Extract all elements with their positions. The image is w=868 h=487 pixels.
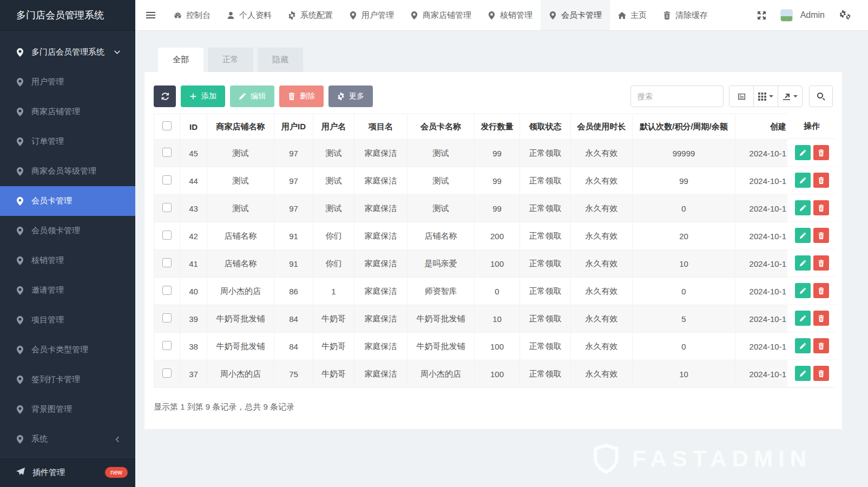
topnav-item[interactable]: 控制台 bbox=[166, 0, 219, 30]
row-edit-button[interactable] bbox=[795, 200, 811, 215]
sidebar-item[interactable]: 会员领卡管理 bbox=[0, 216, 135, 246]
cell-id: 41 bbox=[180, 250, 207, 278]
sidebar-item[interactable]: 项目管理 bbox=[0, 305, 135, 335]
search-input[interactable] bbox=[630, 85, 724, 107]
row-checkbox[interactable] bbox=[162, 175, 172, 185]
row-delete-button[interactable] bbox=[813, 145, 829, 160]
cell-check bbox=[154, 305, 180, 333]
topnav-item[interactable]: 主页 bbox=[610, 0, 655, 30]
cell-shop: 牛奶哥批发铺 bbox=[207, 305, 274, 333]
new-badge: new bbox=[105, 467, 128, 478]
row-checkbox[interactable] bbox=[162, 368, 172, 378]
sidebar-item[interactable]: 核销管理 bbox=[0, 246, 135, 275]
grid-icon bbox=[758, 93, 766, 101]
pin-icon bbox=[16, 137, 23, 146]
row-delete-button[interactable] bbox=[813, 311, 829, 326]
row-checkbox[interactable] bbox=[162, 341, 172, 350]
row-edit-button[interactable] bbox=[795, 311, 811, 326]
cell-check bbox=[154, 360, 180, 388]
menu-toggle-button[interactable] bbox=[135, 0, 166, 30]
more-button[interactable]: 更多 bbox=[328, 85, 373, 107]
sidebar-item[interactable]: 邀请管理 bbox=[0, 275, 135, 305]
row-edit-button[interactable] bbox=[795, 145, 811, 160]
row-delete-button[interactable] bbox=[813, 366, 829, 381]
fullscreen-icon[interactable] bbox=[757, 11, 766, 20]
row-checkbox[interactable] bbox=[162, 148, 172, 157]
sidebar-item[interactable]: 背景图管理 bbox=[0, 394, 135, 424]
topnav-item-label: 清除缓存 bbox=[675, 10, 708, 21]
columns-button[interactable] bbox=[753, 85, 778, 107]
topnav-item[interactable]: 商家店铺管理 bbox=[402, 0, 479, 30]
row-edit-button[interactable] bbox=[795, 228, 811, 243]
table-row: 43测试97测试家庭保洁测试99正常领取永久有效02024-10-1 bbox=[154, 195, 833, 222]
row-edit-button[interactable] bbox=[795, 255, 811, 271]
row-edit-button[interactable] bbox=[795, 366, 811, 381]
row-delete-button[interactable] bbox=[813, 338, 829, 353]
row-edit-button[interactable] bbox=[795, 173, 811, 188]
row-delete-button[interactable] bbox=[813, 173, 829, 188]
row-checkbox[interactable] bbox=[162, 286, 172, 295]
sidebar-item[interactable]: 订单管理 bbox=[0, 127, 135, 156]
cell-card_name: 牛奶哥批发铺 bbox=[407, 305, 475, 333]
tab-全部[interactable]: 全部 bbox=[158, 48, 203, 72]
search-button[interactable] bbox=[809, 85, 833, 107]
sidebar-item[interactable]: 商家店铺管理 bbox=[0, 97, 135, 127]
username[interactable]: Admin bbox=[800, 10, 825, 20]
sidebar-item[interactable]: 签到打卡管理 bbox=[0, 365, 135, 394]
sidebar-item[interactable]: 系统 bbox=[0, 424, 135, 454]
pin-icon bbox=[16, 405, 23, 414]
topnav-item[interactable]: 会员卡管理 bbox=[541, 0, 610, 30]
export-button[interactable] bbox=[778, 85, 803, 107]
edit-button[interactable]: 编辑 bbox=[230, 85, 274, 107]
row-checkbox[interactable] bbox=[162, 258, 172, 267]
settings-gears-icon[interactable] bbox=[839, 10, 852, 20]
trash-icon bbox=[818, 287, 825, 294]
pencil-icon bbox=[799, 315, 806, 322]
row-checkbox[interactable] bbox=[162, 313, 172, 323]
actions-cell bbox=[787, 194, 836, 222]
topnav-item-label: 控制台 bbox=[186, 10, 211, 21]
sidebar-item-plugin[interactable]: 插件管理 new bbox=[0, 457, 135, 487]
delete-button[interactable]: 删除 bbox=[279, 85, 324, 107]
sidebar-item[interactable]: 商家会员等级管理 bbox=[0, 156, 135, 186]
pencil-icon bbox=[799, 205, 806, 212]
cell-issue: 99 bbox=[475, 167, 520, 195]
cell-defaults: 10 bbox=[633, 360, 735, 388]
topnav-item[interactable]: 个人资料 bbox=[219, 0, 280, 30]
row-delete-button[interactable] bbox=[813, 228, 829, 243]
tab-正常[interactable]: 正常 bbox=[208, 48, 253, 72]
tab-隐藏[interactable]: 隐藏 bbox=[258, 48, 303, 72]
pin-icon bbox=[16, 78, 23, 87]
refresh-button[interactable] bbox=[154, 85, 176, 107]
row-edit-button[interactable] bbox=[795, 338, 811, 353]
detail-view-button[interactable] bbox=[729, 85, 754, 107]
cell-status: 正常领取 bbox=[520, 333, 571, 360]
cell-issue: 100 bbox=[475, 360, 520, 388]
row-delete-button[interactable] bbox=[813, 200, 829, 215]
row-delete-button[interactable] bbox=[813, 255, 829, 271]
select-all-checkbox[interactable] bbox=[162, 121, 172, 130]
sidebar-item[interactable]: 会员卡管理 bbox=[0, 186, 135, 216]
row-checkbox[interactable] bbox=[162, 203, 172, 212]
row-delete-button[interactable] bbox=[813, 283, 829, 298]
sidebar-item[interactable]: 多门店会员管理系统 bbox=[0, 37, 135, 67]
sidebar-item[interactable]: 会员卡类型管理 bbox=[0, 335, 135, 365]
sidebar-item-label: 订单管理 bbox=[31, 136, 64, 147]
sidebar: 多门店会员管理系统 多门店会员管理系统用户管理商家店铺管理订单管理商家会员等级管… bbox=[0, 0, 135, 487]
topnav-item[interactable]: 用户管理 bbox=[341, 0, 402, 30]
avatar[interactable] bbox=[780, 9, 793, 22]
column-header: 发行数量 bbox=[475, 114, 520, 140]
export-icon bbox=[782, 93, 791, 101]
topnav-item[interactable]: 系统配置 bbox=[280, 0, 341, 30]
row-checkbox[interactable] bbox=[162, 231, 172, 240]
actions-cell bbox=[787, 360, 836, 387]
sidebar-item[interactable]: 用户管理 bbox=[0, 67, 135, 97]
topnav-item[interactable]: 清除缓存 bbox=[655, 0, 716, 30]
row-edit-button[interactable] bbox=[795, 283, 811, 298]
add-button[interactable]: 添加 bbox=[181, 85, 225, 107]
table-row: 40周小杰的店861家庭保洁师资智库0正常领取永久有效02024-10-1 bbox=[154, 278, 833, 305]
cell-defaults: 0 bbox=[633, 195, 735, 222]
topnav-item[interactable]: 核销管理 bbox=[479, 0, 541, 30]
actions-cell bbox=[787, 332, 836, 360]
cell-duration: 永久有效 bbox=[571, 167, 633, 195]
